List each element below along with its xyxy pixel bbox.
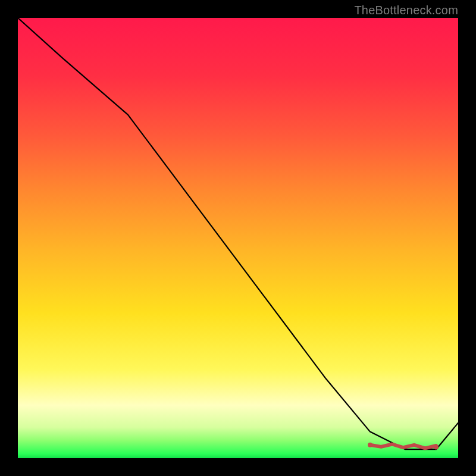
plot-area — [18, 18, 458, 458]
attribution-text: TheBottleneck.com — [354, 4, 458, 17]
chart-frame: TheBottleneck.com — [0, 0, 476, 476]
